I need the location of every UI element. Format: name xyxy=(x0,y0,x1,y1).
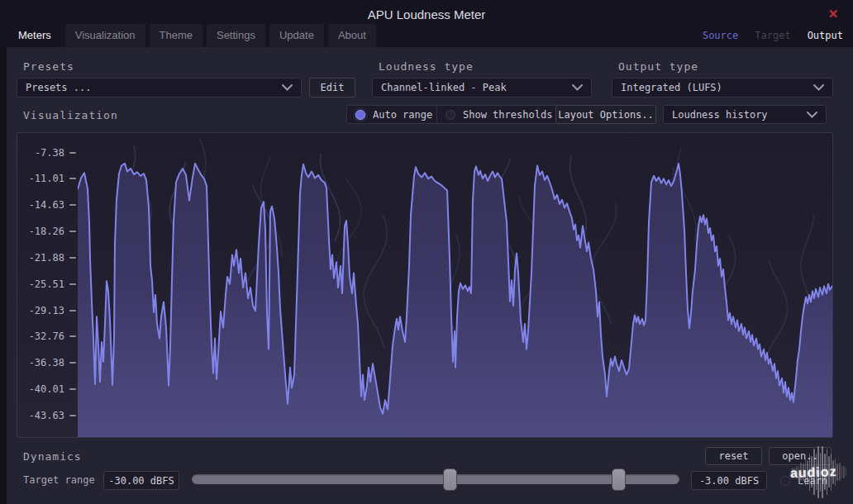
source-link[interactable]: Source xyxy=(703,30,738,41)
slider-thumb-min[interactable] xyxy=(443,468,457,491)
y-tick-label: -36.38 xyxy=(29,357,64,368)
y-tick-mark xyxy=(69,257,76,259)
close-button[interactable]: ✕ xyxy=(825,7,841,21)
loudness-type-label: Loudness type xyxy=(379,60,474,73)
show-thresholds-toggle[interactable]: Show thresholds xyxy=(436,105,561,124)
y-tick-label: -21.88 xyxy=(29,252,64,264)
window-edge xyxy=(0,47,7,504)
edit-button[interactable]: Edit xyxy=(309,78,355,97)
auto-range-label: Auto range xyxy=(373,109,432,121)
tab-theme[interactable]: Theme xyxy=(150,24,203,47)
y-tick-mark xyxy=(69,231,76,232)
tab-visualization[interactable]: Visualization xyxy=(65,24,145,47)
target-range-slider[interactable] xyxy=(192,474,679,484)
loudness-history-chart: -7.38-11.01-14.63-18.26-21.88-25.51-29.1… xyxy=(17,132,833,438)
chevron-down-icon xyxy=(807,112,817,118)
target-link[interactable]: Target xyxy=(755,30,790,41)
range-low-valuebox[interactable]: -30.00 dBFS xyxy=(103,471,179,490)
tab-about[interactable]: About xyxy=(328,24,376,47)
window-title: APU Loudness Meter xyxy=(0,7,853,21)
auto-range-toggle[interactable]: Auto range xyxy=(346,105,441,124)
reset-button[interactable]: reset xyxy=(705,447,762,465)
y-tick-label: -43.63 xyxy=(29,410,64,421)
y-tick-label: -18.26 xyxy=(29,226,64,237)
y-tick-mark xyxy=(69,415,76,416)
tab-settings[interactable]: Settings xyxy=(207,24,265,47)
y-tick-mark xyxy=(69,204,76,206)
target-range-label: Target range xyxy=(23,474,95,486)
range-high-valuebox[interactable]: -3.00 dBFS xyxy=(691,471,767,490)
radio-on-icon xyxy=(355,110,365,120)
open-button[interactable]: open.. xyxy=(769,447,832,465)
y-tick-label: -11.01 xyxy=(29,173,64,184)
history-mode-dropdown[interactable]: Loudness history xyxy=(663,105,827,124)
loudness-waveform xyxy=(78,133,832,437)
tab-bar: Meters Visualization Theme Settings Upda… xyxy=(8,24,376,47)
tab-meters[interactable]: Meters xyxy=(8,24,61,47)
presets-dropdown-value: Presets ... xyxy=(26,82,275,93)
presets-dropdown[interactable]: Presets ... xyxy=(17,78,302,97)
y-tick-label: -32.76 xyxy=(29,330,64,342)
y-tick-mark xyxy=(69,152,76,154)
dynamics-section-label: Dynamics xyxy=(23,450,82,463)
y-tick-mark xyxy=(69,362,76,364)
chart-plot-area[interactable] xyxy=(78,133,832,437)
tab-update[interactable]: Update xyxy=(269,24,324,47)
y-tick-mark xyxy=(69,178,76,179)
chevron-down-icon xyxy=(282,84,293,91)
title-bar: APU Loudness Meter ✕ Meters Visualizatio… xyxy=(0,0,853,47)
output-type-label: Output type xyxy=(618,60,698,73)
y-tick-label: -25.51 xyxy=(29,278,64,290)
visualization-section-label: Visualization xyxy=(23,109,118,121)
y-tick-label: -14.63 xyxy=(29,199,64,211)
output-type-dropdown[interactable]: Integrated (LUFS) xyxy=(612,78,833,97)
app-window: APU Loudness Meter ✕ Meters Visualizatio… xyxy=(0,0,853,504)
y-tick-label: -40.01 xyxy=(29,383,64,395)
slider-thumb-max[interactable] xyxy=(612,468,626,491)
channel-link-bar: Source Target Output xyxy=(703,30,843,41)
radio-off-icon xyxy=(446,110,455,120)
layout-options-button[interactable]: Layout Options.. xyxy=(555,105,656,124)
presets-section-label: Presets xyxy=(23,60,74,73)
show-thresholds-label: Show thresholds xyxy=(463,109,552,121)
y-tick-label: -29.13 xyxy=(29,305,64,316)
y-tick-mark xyxy=(69,388,76,390)
y-axis: -7.38-11.01-14.63-18.26-21.88-25.51-29.1… xyxy=(17,133,78,437)
output-link[interactable]: Output xyxy=(808,30,843,41)
learn-label: Learn xyxy=(798,475,827,487)
learn-toggle[interactable]: Learn xyxy=(775,471,832,490)
y-tick-label: -7.38 xyxy=(35,147,64,159)
radio-off-icon xyxy=(780,476,790,486)
history-mode-value: Loudness history xyxy=(672,109,800,121)
y-tick-mark xyxy=(69,310,76,311)
loudness-type-dropdown[interactable]: Channel-linked - Peak xyxy=(372,78,592,97)
y-tick-mark xyxy=(69,283,76,285)
loudness-type-value: Channel-linked - Peak xyxy=(381,82,565,93)
y-tick-mark xyxy=(69,335,76,337)
chevron-down-icon xyxy=(813,84,824,91)
output-type-value: Integrated (LUFS) xyxy=(621,82,807,93)
chevron-down-icon xyxy=(572,84,583,91)
